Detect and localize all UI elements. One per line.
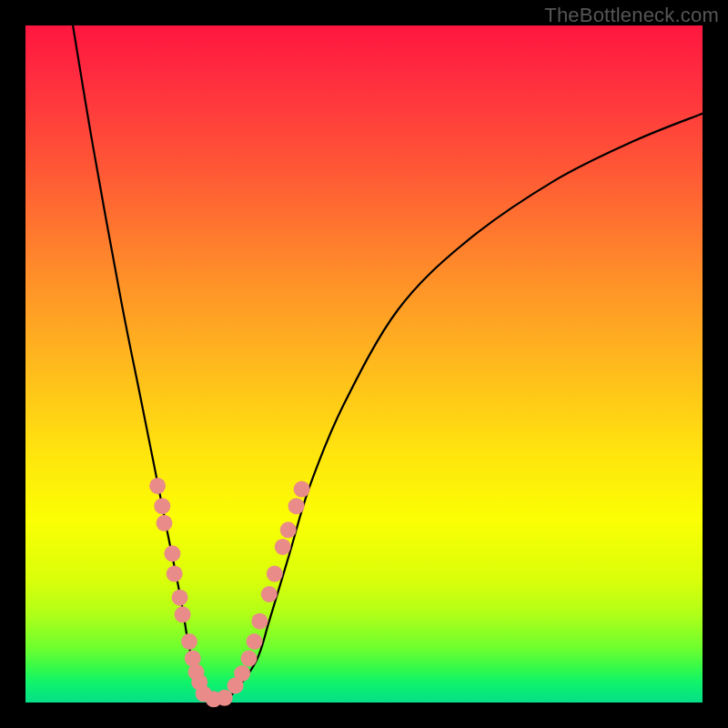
data-point [267, 566, 283, 582]
watermark-text: TheBottleneck.com [544, 4, 719, 27]
data-point [275, 539, 291, 555]
data-point [241, 651, 258, 667]
data-point [247, 633, 263, 650]
data-point [172, 590, 188, 606]
data-point [154, 498, 170, 514]
data-point [280, 521, 297, 538]
data-point [157, 515, 173, 531]
data-point [294, 481, 310, 498]
chart-svg [25, 25, 703, 703]
bottleneck-curve-line [73, 25, 703, 702]
data-point [234, 665, 250, 682]
data-point [261, 586, 278, 602]
data-point [167, 566, 183, 582]
data-point [181, 633, 197, 650]
data-point [149, 478, 166, 494]
data-point [251, 613, 268, 630]
data-point [175, 606, 191, 622]
plot-area [25, 25, 703, 703]
data-point [164, 545, 180, 561]
data-points-group [149, 478, 310, 707]
data-point [217, 690, 233, 706]
data-point [288, 498, 305, 514]
chart-frame: TheBottleneck.com [0, 0, 728, 728]
